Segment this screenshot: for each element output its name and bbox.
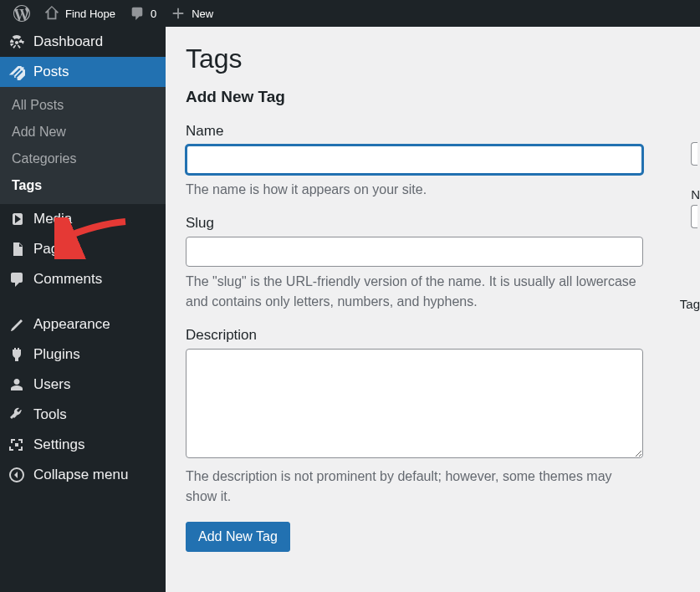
collapse-icon <box>8 467 25 483</box>
tools-icon <box>8 406 25 423</box>
page-title: Tags <box>186 43 680 74</box>
posts-label: Posts <box>33 64 69 80</box>
submenu-categories[interactable]: Categories <box>0 145 166 172</box>
collapse-menu[interactable]: Collapse menu <box>0 460 166 490</box>
slug-field-wrap: Slug The "slug" is the URL-friendly vers… <box>186 215 680 312</box>
admin-topbar: Find Hope 0 New <box>0 0 700 27</box>
sidebar-item-appearance[interactable]: Appearance <box>0 309 166 339</box>
pages-label: Pages <box>33 241 74 258</box>
sidebar-item-settings[interactable]: Settings <box>0 430 166 460</box>
dashboard-icon <box>8 33 25 50</box>
site-name-link[interactable]: Find Hope <box>37 0 122 27</box>
sidebar-item-media[interactable]: Media <box>0 204 166 234</box>
comments-label: Comments <box>33 271 102 288</box>
users-icon <box>8 376 25 393</box>
main-content: Tags Add New Tag Name The name is how it… <box>166 27 700 592</box>
comments-icon <box>129 5 146 22</box>
form-heading: Add New Tag <box>186 88 680 106</box>
description-label: Description <box>186 327 680 344</box>
media-icon <box>8 211 25 227</box>
sidebar-item-tools[interactable]: Tools <box>0 400 166 430</box>
settings-icon <box>8 436 25 453</box>
right-n-label: N <box>691 187 700 202</box>
appearance-label: Appearance <box>33 316 110 333</box>
name-input[interactable] <box>186 145 643 175</box>
sidebar-item-users[interactable]: Users <box>0 370 166 400</box>
description-textarea[interactable] <box>186 349 643 458</box>
wordpress-logo-icon <box>13 5 30 22</box>
posts-submenu: All Posts Add New Categories Tags <box>0 87 166 204</box>
pages-icon <box>8 241 25 258</box>
sidebar-item-plugins[interactable]: Plugins <box>0 339 166 370</box>
plugins-icon <box>8 346 25 363</box>
description-field-wrap: Description The description is not promi… <box>186 327 680 507</box>
media-label: Media <box>33 211 72 227</box>
admin-sidebar: Dashboard Posts All Posts Add New Catego… <box>0 27 166 592</box>
appearance-icon <box>8 316 25 333</box>
name-label: Name <box>186 123 680 140</box>
comments-menu-icon <box>8 271 25 288</box>
submenu-tags[interactable]: Tags <box>0 172 166 199</box>
description-help-text: The description is not prominent by defa… <box>186 467 646 507</box>
submenu-add-new[interactable]: Add New <box>0 119 166 145</box>
right-panel-edge: N Tag <box>691 142 700 250</box>
sidebar-item-comments[interactable]: Comments <box>0 264 166 294</box>
name-field-wrap: Name The name is how it appears on your … <box>186 123 680 200</box>
right-tag-label: Tag <box>680 297 700 311</box>
sidebar-item-posts[interactable]: Posts <box>0 57 166 87</box>
submit-button[interactable]: Add New Tag <box>186 522 290 552</box>
comments-count: 0 <box>151 8 156 20</box>
slug-label: Slug <box>186 215 680 232</box>
name-help-text: The name is how it appears on your site. <box>186 180 646 200</box>
posts-icon <box>8 64 25 80</box>
wp-logo-menu[interactable] <box>7 0 37 27</box>
plugins-label: Plugins <box>33 346 80 363</box>
settings-label: Settings <box>33 436 84 453</box>
sidebar-item-pages[interactable]: Pages <box>0 234 166 264</box>
collapse-label: Collapse menu <box>33 467 128 483</box>
slug-help-text: The "slug" is the URL-friendly version o… <box>186 272 646 312</box>
users-label: Users <box>33 376 70 393</box>
sidebar-item-dashboard[interactable]: Dashboard <box>0 27 166 57</box>
site-name-label: Find Hope <box>65 8 115 20</box>
new-label: New <box>192 8 213 20</box>
submenu-all-posts[interactable]: All Posts <box>0 92 166 119</box>
tools-label: Tools <box>33 406 67 423</box>
right-input-fragment-2[interactable] <box>691 205 697 228</box>
comments-link[interactable]: 0 <box>122 0 163 27</box>
home-icon <box>43 5 60 22</box>
plus-icon <box>170 5 186 22</box>
slug-input[interactable] <box>186 237 643 267</box>
new-content-link[interactable]: New <box>163 0 220 27</box>
right-input-fragment-1[interactable] <box>691 142 697 166</box>
dashboard-label: Dashboard <box>33 33 103 50</box>
